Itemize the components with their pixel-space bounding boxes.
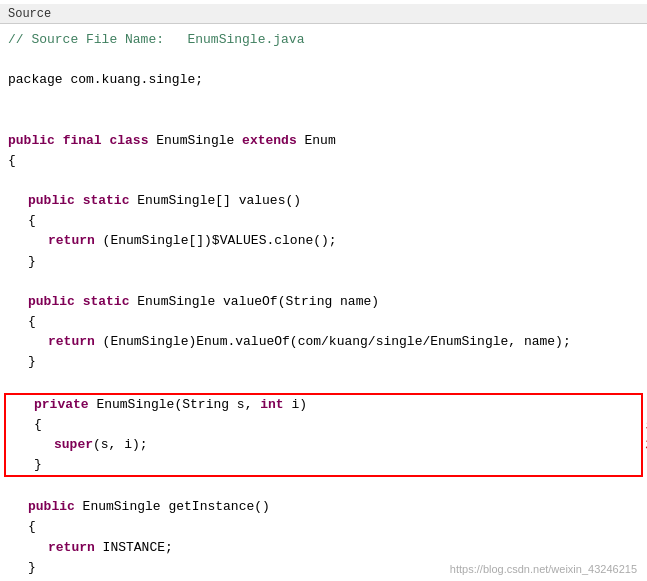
code-line-getinstance-return: return INSTANCE; [0,538,647,558]
code-line-values-return: return (EnumSingle[])$VALUES.clone(); [0,231,647,251]
code-line-constructor-decl: private EnumSingle(String s, int i) [6,395,641,415]
code-line-constructor-brace: { [6,415,641,435]
code-line-blank-4 [0,171,647,191]
code-line-super-call: super(s, i); [6,435,641,455]
code-line-class: public final class EnumSingle extends En… [0,131,647,151]
code-line-open-brace-1: { [0,151,647,171]
code-line-blank-3 [0,111,647,131]
code-line-values-brace: { [0,211,647,231]
code-line-blank-6 [0,372,647,392]
code-line-valueof-decl: public static EnumSingle valueOf(String … [0,292,647,312]
code-line-getinstance-brace: { [0,517,647,537]
code-line-values-close: } [0,252,647,272]
highlighted-constructor-block: 看这里，卧槽，这里用了有参构造器，IDEA这个骗子 private EnumSi… [4,393,643,478]
code-container: Source // Source File Name: EnumSingle.j… [0,0,647,581]
code-line-valueof-close: } [0,352,647,372]
code-line-package: package com.kuang.single; [0,70,647,90]
watermark: https://blog.csdn.net/weixin_43246215 [450,563,637,575]
code-area: // Source File Name: EnumSingle.java pac… [0,24,647,581]
header-bar: Source [0,4,647,24]
code-line-getinstance-decl: public EnumSingle getInstance() [0,497,647,517]
code-line-constructor-close: } [6,455,641,475]
code-line-values-decl: public static EnumSingle[] values() [0,191,647,211]
code-line-blank-5 [0,272,647,292]
code-line-blank-7 [0,477,647,497]
line-1-content: // Source File Name: EnumSingle.java [8,30,304,50]
code-line-blank-1 [0,50,647,70]
code-line-valueof-brace: { [0,312,647,332]
code-line-1: // Source File Name: EnumSingle.java [0,30,647,50]
source-tab-label[interactable]: Source [8,7,51,21]
code-line-valueof-return: return (EnumSingle)Enum.valueOf(com/kuan… [0,332,647,352]
code-line-blank-2 [0,90,647,110]
